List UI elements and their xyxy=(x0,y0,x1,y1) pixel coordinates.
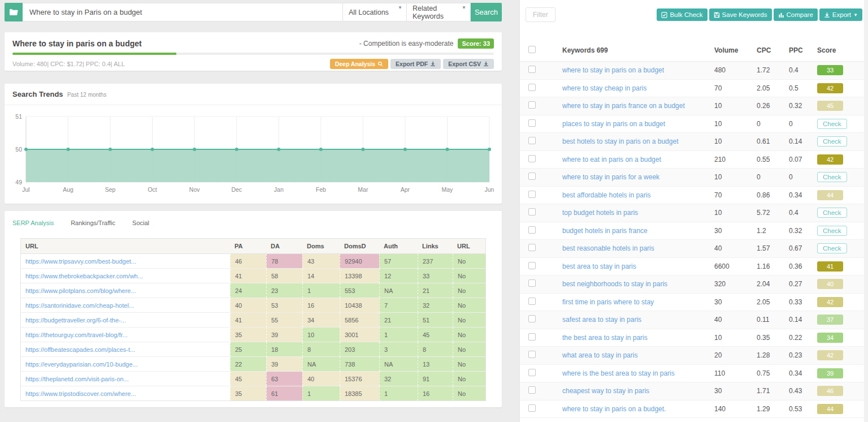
serp-metric-cell: 18 xyxy=(266,342,302,356)
row-checkbox[interactable] xyxy=(528,404,536,412)
keyword-link[interactable]: cheapest way to stay in paris xyxy=(562,387,649,395)
row-checkbox[interactable] xyxy=(528,369,536,376)
row-checkbox[interactable] xyxy=(528,298,536,305)
score-badge[interactable]: 37 xyxy=(817,315,843,325)
serp-url-link[interactable]: https://www.tripstodiscover.com/where... xyxy=(25,390,136,397)
volume-value: 70 xyxy=(714,191,722,199)
svg-text:Jan: Jan xyxy=(274,186,284,193)
select-all-checkbox[interactable] xyxy=(528,46,536,53)
score-badge[interactable]: 42 xyxy=(817,83,843,93)
keyword-link[interactable]: where is the best area to stay in paris xyxy=(562,369,675,377)
keyword-link[interactable]: best reasonable hotels in paris xyxy=(562,244,654,252)
score-badge[interactable]: 44 xyxy=(817,190,843,200)
serp-url-link[interactable]: https://www.thebrokebackpacker.com/wh... xyxy=(25,273,143,279)
serp-url-link[interactable]: https://offbeatescapades.com/places-t... xyxy=(25,346,135,353)
check-score-button[interactable]: Check xyxy=(817,243,847,253)
row-checkbox[interactable] xyxy=(528,173,536,180)
row-checkbox[interactable] xyxy=(528,119,536,127)
row-checkbox[interactable] xyxy=(528,333,536,341)
keyword-link[interactable]: budget hotels in paris france xyxy=(562,227,648,235)
saved-lists-button[interactable] xyxy=(5,3,23,21)
keyword-type-select[interactable]: Related Keywords ▼ xyxy=(407,3,471,21)
serp-metric-cell: No xyxy=(453,357,485,371)
save-icon xyxy=(714,12,720,18)
row-checkbox[interactable] xyxy=(528,66,536,73)
bulk-check-button[interactable]: Bulk Check xyxy=(657,8,707,21)
serp-url-link[interactable]: https://santorinidave.com/cheap-hotel... xyxy=(25,302,134,309)
row-checkbox[interactable] xyxy=(528,155,536,162)
export-button[interactable]: Export ▼ xyxy=(819,8,862,21)
keyword-link[interactable]: where to stay in paris france on a budge… xyxy=(562,102,685,110)
row-checkbox[interactable] xyxy=(528,84,536,91)
check-score-button[interactable]: Check xyxy=(817,136,847,147)
keyword-link[interactable]: first time in paris where to stay xyxy=(562,298,654,306)
check-score-button[interactable]: Check xyxy=(817,226,847,236)
score-badge[interactable]: 40 xyxy=(817,279,843,289)
search-button[interactable]: Search xyxy=(471,3,502,21)
keyword-link[interactable]: places to stay in paris on a budget xyxy=(562,120,665,128)
row-checkbox[interactable] xyxy=(528,191,536,198)
keyword-link[interactable]: the best area to stay in paris xyxy=(562,334,648,342)
row-checkbox[interactable] xyxy=(528,279,536,287)
export-pdf-label: Export PDF xyxy=(396,61,428,67)
location-select[interactable]: All Locations ▼ xyxy=(343,3,407,21)
serp-url-link[interactable]: https://www.pilotplans.com/blog/where... xyxy=(25,287,136,294)
score-badge[interactable]: 44 xyxy=(817,404,843,414)
deep-analysis-button[interactable]: Deep Analysis xyxy=(330,59,388,69)
serp-url-link[interactable]: https://theplanetd.com/visit-paris-on... xyxy=(25,376,129,382)
serp-column-header: DomsD xyxy=(340,239,379,253)
keyword-link[interactable]: safest area to stay in paris xyxy=(562,316,641,324)
keyword-stats-text: Volume: 480| CPC: $1.72| PPC: 0.4| ALL xyxy=(12,61,125,67)
compare-button[interactable]: Compare xyxy=(774,8,818,21)
check-score-button[interactable]: Check xyxy=(817,208,847,218)
check-score-button[interactable]: Check xyxy=(817,172,847,182)
score-badge[interactable]: 39 xyxy=(817,368,843,378)
keyword-link[interactable]: best hotels to stay in paris on a budget xyxy=(562,137,678,145)
row-checkbox[interactable] xyxy=(528,208,536,216)
score-badge[interactable]: 34 xyxy=(817,333,843,343)
keyword-link[interactable]: where to stay cheap in paris xyxy=(562,84,646,92)
row-checkbox[interactable] xyxy=(528,137,536,144)
keyword-link[interactable]: where to stay in paris on a budget. xyxy=(562,405,666,413)
score-badge[interactable]: 45 xyxy=(817,101,843,111)
keyword-link[interactable]: where to stay in paris for a week xyxy=(562,173,659,181)
keyword-link[interactable]: best area to stay in paris xyxy=(562,262,636,270)
keyword-link[interactable]: what area to stay in paris xyxy=(562,351,637,359)
score-badge[interactable]: 42 xyxy=(817,350,843,360)
tab-serp-analysis[interactable]: SERP Analysis xyxy=(12,219,54,226)
serp-url-link[interactable]: https://thetourguy.com/travel-blog/fr... xyxy=(25,331,128,338)
serp-url-link[interactable]: https://everydayparisian.com/10-budge... xyxy=(25,361,138,368)
export-pdf-button[interactable]: Export PDF xyxy=(390,59,441,69)
row-checkbox[interactable] xyxy=(528,262,536,269)
scrollbar-track[interactable] xyxy=(864,0,868,422)
score-badge[interactable]: 33 xyxy=(817,65,843,75)
score-badge[interactable]: 42 xyxy=(817,297,843,307)
save-keywords-button[interactable]: Save Keywords xyxy=(709,8,772,21)
score-badge[interactable]: 46 xyxy=(817,386,843,396)
check-score-button[interactable]: Check xyxy=(817,119,847,129)
filter-button[interactable]: Filter xyxy=(526,7,555,22)
tab-social[interactable]: Social xyxy=(132,219,149,226)
row-checkbox[interactable] xyxy=(528,101,536,109)
keyword-link[interactable]: where to stay in paris on a budget xyxy=(562,66,664,74)
keyword-link[interactable]: best affordable hotels in paris xyxy=(562,191,651,199)
keyword-link[interactable]: best neighborhoods to stay in paris xyxy=(562,280,667,288)
keyword-link[interactable]: where to eat in paris on a budget xyxy=(562,156,661,163)
search-input[interactable] xyxy=(23,3,343,21)
volume-value: 480 xyxy=(714,66,726,74)
row-checkbox[interactable] xyxy=(528,386,536,394)
score-badge[interactable]: 41 xyxy=(817,261,843,272)
row-checkbox[interactable] xyxy=(528,351,536,358)
export-csv-button[interactable]: Export CSV xyxy=(443,59,494,69)
serp-metric-cell: NA xyxy=(379,357,418,371)
ppc-value: 0.14 xyxy=(789,137,802,145)
tab-rankings-traffic[interactable]: Rankings/Traffic xyxy=(71,219,115,226)
score-badge[interactable]: 42 xyxy=(817,154,843,165)
bulk-check-label: Bulk Check xyxy=(670,11,702,18)
serp-url-link[interactable]: https://www.tripsavvy.com/best-budget... xyxy=(25,258,136,265)
row-checkbox[interactable] xyxy=(528,315,536,322)
row-checkbox[interactable] xyxy=(528,244,536,251)
serp-url-link[interactable]: https://budgettraveller.org/6-of-the-... xyxy=(25,317,126,324)
row-checkbox[interactable] xyxy=(528,226,536,234)
keyword-link[interactable]: top budget hotels in paris xyxy=(562,209,638,217)
